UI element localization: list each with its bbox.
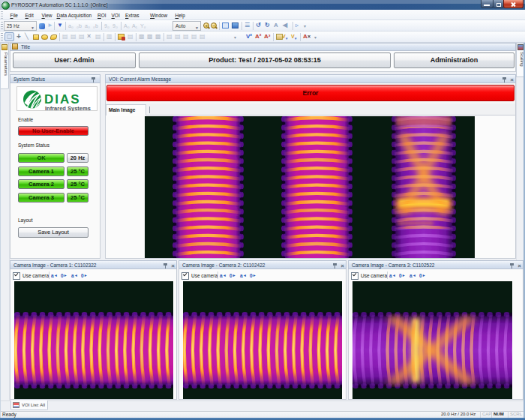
svg-text:Infrared Systems: Infrared Systems: [45, 105, 91, 112]
